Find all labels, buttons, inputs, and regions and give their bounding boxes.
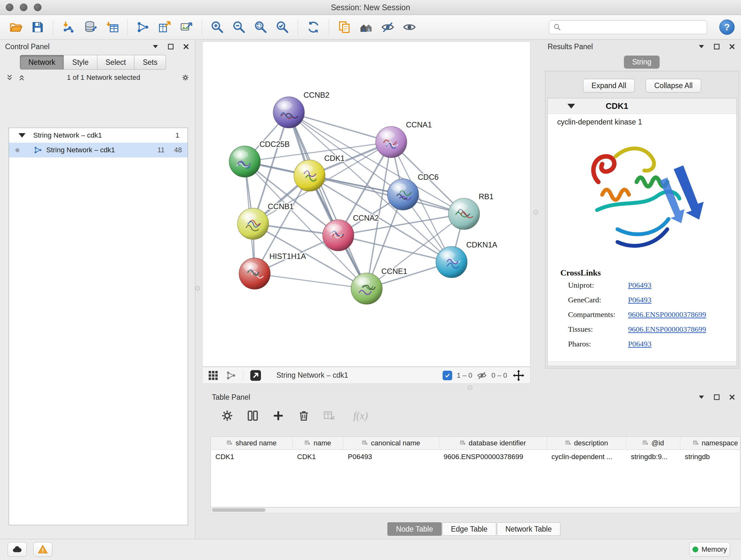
show-columns-button[interactable] — [246, 409, 260, 423]
column-header-shared-name[interactable]: shared name — [211, 437, 293, 449]
import-table-button[interactable] — [103, 17, 122, 37]
search-input[interactable] — [564, 23, 703, 32]
network-node-CCNA2[interactable] — [323, 220, 354, 251]
network-row[interactable]: String Network – cdk1 11 48 — [9, 143, 188, 158]
table-options-button[interactable] — [220, 409, 234, 423]
maximize-panel-button[interactable] — [167, 43, 175, 51]
table-hscrollbar[interactable] — [211, 507, 740, 513]
tab-style[interactable]: Style — [64, 55, 97, 70]
export-table-button[interactable] — [155, 17, 174, 37]
create-column-button[interactable] — [271, 409, 285, 423]
close-panel-button[interactable] — [182, 43, 190, 51]
tab-network-table[interactable]: Network Table — [497, 522, 560, 536]
network-node-CCNA1[interactable] — [376, 126, 407, 158]
clear-table-button[interactable] — [322, 409, 336, 423]
hide-graphics-details-button[interactable] — [378, 17, 397, 37]
crosslink-value-link[interactable]: 9606.ENSP00000378699 — [628, 310, 706, 319]
tab-string[interactable]: String — [624, 56, 660, 69]
network-canvas[interactable]: CCNB2CCNA1CDC25BCDK1CDC6RB1CCNB1CCNA2CDK… — [202, 42, 530, 367]
gene-card-header[interactable]: CDK1 — [548, 98, 737, 114]
collapse-all-networks-button[interactable] — [18, 74, 25, 81]
home-button[interactable] — [356, 17, 376, 37]
scrollbar-thumb[interactable] — [212, 508, 266, 512]
network-node-CDKN1A[interactable] — [436, 246, 467, 278]
function-builder-button[interactable]: f(x) — [348, 409, 374, 423]
table-cell[interactable]: CDK1 — [211, 450, 293, 464]
column-header-database-identifier[interactable]: database identifier — [439, 437, 547, 449]
new-network-from-selection-button[interactable] — [133, 17, 152, 37]
network-edge[interactable] — [289, 112, 391, 142]
memory-button[interactable]: Memory — [689, 542, 730, 557]
column-header-canonical-name[interactable]: canonical name — [343, 437, 439, 449]
tab-network[interactable]: Network — [20, 55, 64, 70]
network-options-button[interactable] — [182, 74, 189, 81]
tab-select[interactable]: Select — [97, 55, 135, 70]
card-scrollbar[interactable] — [548, 361, 737, 366]
expand-all-networks-button[interactable] — [6, 74, 13, 81]
import-network-file-button[interactable] — [59, 17, 78, 37]
network-node-CDC25B[interactable] — [229, 146, 260, 177]
network-node-CDC6[interactable] — [387, 179, 419, 210]
float-panel-button[interactable] — [697, 393, 705, 401]
network-node-RB1[interactable] — [448, 198, 480, 230]
cloud-status-button[interactable] — [8, 542, 27, 557]
open-session-button[interactable] — [6, 17, 25, 37]
selected-count-checkbox[interactable] — [443, 371, 452, 380]
collapse-all-button[interactable]: Collapse All — [646, 79, 701, 92]
import-network-database-button[interactable] — [81, 17, 100, 37]
float-panel-button[interactable] — [151, 43, 159, 51]
network-collection-row[interactable]: String Network – cdk1 1 — [9, 128, 188, 143]
collapse-triangle-icon[interactable] — [18, 133, 25, 138]
maximize-panel-button[interactable] — [713, 43, 721, 51]
table-cell[interactable]: P06493 — [343, 450, 439, 464]
crosslink-value-link[interactable]: P06493 — [628, 281, 651, 289]
network-node-CCNB2[interactable] — [273, 97, 305, 128]
tab-node-table[interactable]: Node Table — [387, 522, 442, 536]
table-cell[interactable]: stringdb — [680, 450, 740, 464]
zoom-fit-button[interactable] — [251, 17, 270, 37]
tab-edge-table[interactable]: Edge Table — [442, 522, 496, 536]
duplicate-network-button[interactable] — [335, 17, 354, 37]
save-session-button[interactable] — [28, 17, 47, 37]
show-graphics-details-button[interactable] — [400, 17, 419, 37]
close-panel-button[interactable] — [728, 43, 736, 51]
table-cell[interactable]: CDK1 — [293, 450, 343, 464]
network-node-HIST1H1A[interactable] — [239, 258, 270, 289]
collapse-triangle-icon[interactable] — [567, 104, 575, 109]
network-edge[interactable] — [310, 176, 464, 214]
network-edge[interactable] — [289, 112, 367, 289]
column-header-namespace[interactable]: namespace — [680, 437, 740, 449]
export-view-button[interactable] — [249, 369, 262, 382]
help-button[interactable]: ? — [719, 19, 735, 35]
network-edge[interactable] — [255, 273, 367, 289]
network-info-button[interactable] — [225, 369, 237, 381]
bottom-splitter-handle[interactable] — [468, 385, 472, 390]
network-node-CDK1[interactable] — [294, 160, 325, 191]
right-splitter-handle[interactable] — [534, 210, 538, 214]
table-cell[interactable]: cyclin-dependent ... — [547, 450, 626, 464]
zoom-in-button[interactable] — [208, 17, 227, 37]
network-node-CCNB1[interactable] — [238, 208, 269, 240]
zoom-out-button[interactable] — [229, 17, 249, 37]
maximize-panel-button[interactable] — [713, 393, 721, 401]
network-node-CCNE1[interactable] — [351, 273, 382, 304]
column-header-description[interactable]: description — [547, 437, 626, 449]
network-edge[interactable] — [338, 235, 452, 262]
birds-eye-view-button[interactable] — [207, 369, 219, 381]
pan-mode-button[interactable] — [512, 368, 526, 382]
delete-column-button[interactable] — [297, 409, 311, 423]
warnings-button[interactable] — [33, 542, 52, 557]
zoom-selected-button[interactable] — [273, 17, 292, 37]
column-header--id[interactable]: @id — [626, 437, 680, 449]
crosslink-value-link[interactable]: P06493 — [628, 340, 651, 348]
tab-sets[interactable]: Sets — [134, 55, 166, 70]
crosslink-value-link[interactable]: P06493 — [628, 296, 651, 304]
search-box[interactable] — [549, 20, 707, 34]
crosslink-value-link[interactable]: 9606.ENSP00000378699 — [628, 325, 706, 333]
float-panel-button[interactable] — [697, 43, 705, 51]
export-image-button[interactable] — [177, 17, 196, 37]
column-header-name[interactable]: name — [293, 437, 343, 449]
apply-layout-button[interactable] — [304, 17, 323, 37]
table-cell[interactable]: stringdb:9... — [626, 450, 680, 464]
left-splitter-handle[interactable] — [195, 286, 200, 291]
